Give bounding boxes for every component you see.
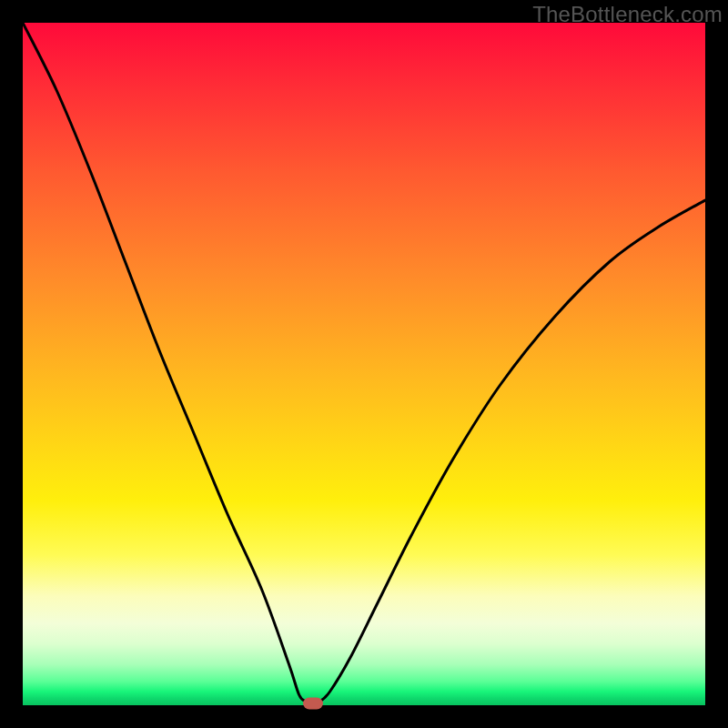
watermark-text: TheBottleneck.com bbox=[532, 2, 723, 27]
chart-plot-area bbox=[23, 23, 705, 705]
bottleneck-minimum-marker bbox=[303, 697, 323, 709]
chart-frame: TheBottleneck.com bbox=[0, 0, 728, 728]
bottleneck-curve bbox=[23, 23, 705, 705]
